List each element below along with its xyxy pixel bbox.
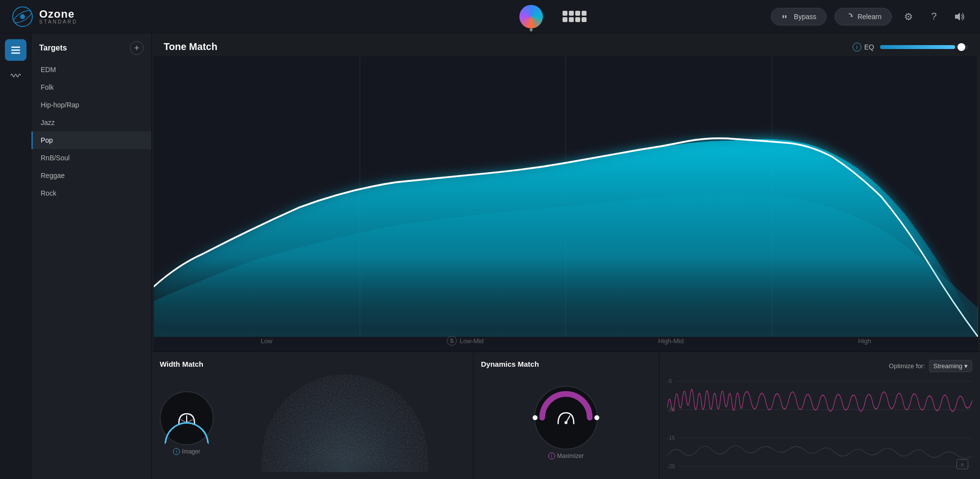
chart-label-high: High — [858, 336, 871, 346]
eq-control: i EQ — [853, 43, 968, 51]
bottom-panels: Width Match i — [152, 352, 980, 479]
svg-rect-8 — [11, 52, 20, 54]
topbar-right: Bypass Relearn ⚙ ? — [771, 8, 968, 25]
ozone-logo-icon — [12, 6, 33, 27]
maximizer-info-icon[interactable]: i — [548, 453, 555, 459]
target-item-reggae[interactable]: Reggae — [31, 167, 151, 184]
svg-point-14 — [564, 421, 567, 424]
modules-button[interactable] — [563, 11, 587, 22]
dynamics-handle-right[interactable] — [594, 415, 599, 420]
dynamics-handle-left[interactable] — [533, 415, 538, 420]
topbar: Ozone STANDARD Bypass Relearn ⚙ ? — [0, 0, 980, 33]
bypass-button[interactable]: Bypass — [771, 8, 827, 25]
targets-panel: Targets + EDM Folk Hip-hop/Rap Jazz Pop … — [31, 33, 152, 479]
svg-rect-15 — [667, 376, 973, 471]
dynamics-match-panel: Dynamics Match — [473, 352, 660, 479]
eq-slider-fill — [880, 45, 955, 49]
svg-rect-3 — [783, 15, 784, 18]
tone-match-header: Tone Match i EQ — [152, 33, 980, 56]
svg-rect-7 — [11, 50, 20, 51]
logo-text: Ozone STANDARD — [39, 9, 77, 25]
dynamics-knob[interactable] — [534, 386, 598, 450]
svg-rect-6 — [11, 47, 20, 48]
stereo-image — [225, 374, 465, 472]
streaming-logo: ≡ — [956, 459, 968, 469]
target-item-hiphop[interactable]: Hip-hop/Rap — [31, 96, 151, 114]
svg-rect-4 — [785, 15, 786, 18]
streaming-header: Optimize for: Streaming ▾ — [667, 360, 973, 372]
relearn-icon — [845, 12, 854, 21]
eq-slider-thumb — [957, 43, 965, 51]
target-item-rnb[interactable]: RnB/Soul — [31, 149, 151, 167]
main-content: Targets + EDM Folk Hip-hop/Rap Jazz Pop … — [0, 33, 980, 479]
bypass-icon — [781, 12, 790, 21]
targets-list: EDM Folk Hip-hop/Rap Jazz Pop RnB/Soul R… — [31, 61, 151, 479]
eq-info-icon[interactable]: i — [853, 43, 861, 51]
width-knob-ring — [165, 422, 209, 444]
maximizer-label: i Maximizer — [548, 453, 584, 459]
target-item-folk[interactable]: Folk — [31, 78, 151, 96]
tone-chart: Low S Low-Mid High-Mid High — [154, 56, 978, 352]
topbar-center — [335, 5, 771, 28]
dynamics-match-title: Dynamics Match — [481, 360, 539, 368]
streaming-panel: Optimize for: Streaming ▾ -5 -10 — [660, 352, 980, 479]
stereo-semicircle — [262, 374, 428, 472]
sidebar-item-waveform[interactable] — [5, 65, 26, 86]
streaming-chart: -5 -10 -15 -20 — [667, 376, 973, 471]
target-item-edm[interactable]: EDM — [31, 61, 151, 78]
target-item-jazz[interactable]: Jazz — [31, 114, 151, 131]
sidebar — [0, 33, 31, 479]
app-name: Ozone — [39, 9, 77, 20]
svg-point-12 — [276, 433, 414, 472]
target-item-rock[interactable]: Rock — [31, 184, 151, 202]
svg-point-2 — [20, 14, 25, 19]
add-target-button[interactable]: + — [130, 41, 144, 55]
logo-area: Ozone STANDARD — [12, 6, 335, 27]
width-knob-area: i Imager — [160, 391, 214, 455]
imager-info-icon[interactable]: i — [173, 448, 180, 455]
targets-header: Targets + — [31, 33, 151, 61]
settings-button[interactable]: ⚙ — [900, 8, 917, 25]
tone-match-title: Tone Match — [164, 41, 218, 52]
eq-label: i EQ — [853, 43, 874, 51]
width-content: i Imager — [160, 374, 465, 472]
optimize-label: Optimize for: — [889, 362, 925, 370]
imager-label: i Imager — [173, 448, 200, 455]
targets-title: Targets — [39, 44, 67, 52]
eq-slider[interactable] — [880, 45, 968, 49]
width-knob[interactable] — [160, 391, 214, 445]
chart-labels: Low S Low-Mid High-Mid High — [154, 336, 978, 346]
streaming-select[interactable]: Streaming ▾ — [929, 360, 972, 372]
sidebar-item-list[interactable] — [5, 39, 26, 61]
audio-icon[interactable] — [951, 8, 968, 25]
app-subtitle: STANDARD — [39, 20, 77, 25]
relearn-button[interactable]: Relearn — [834, 8, 892, 25]
target-item-pop[interactable]: Pop — [31, 131, 151, 149]
chart-label-highmid: High-Mid — [658, 336, 684, 346]
dynamics-gauge-icon — [556, 410, 576, 426]
streaming-waveform-svg — [667, 376, 973, 471]
chart-label-lowmid: S Low-Mid — [447, 336, 484, 346]
ai-orb-button[interactable] — [519, 5, 543, 28]
width-match-title: Width Match — [160, 360, 203, 368]
width-match-panel: Width Match i — [152, 352, 473, 479]
dynamics-knob-area: i Maximizer — [534, 386, 598, 459]
help-button[interactable]: ? — [925, 8, 943, 25]
chart-label-low: Low — [261, 336, 272, 346]
tone-match-area: Tone Match i EQ — [152, 33, 980, 479]
tone-chart-svg — [154, 56, 978, 337]
